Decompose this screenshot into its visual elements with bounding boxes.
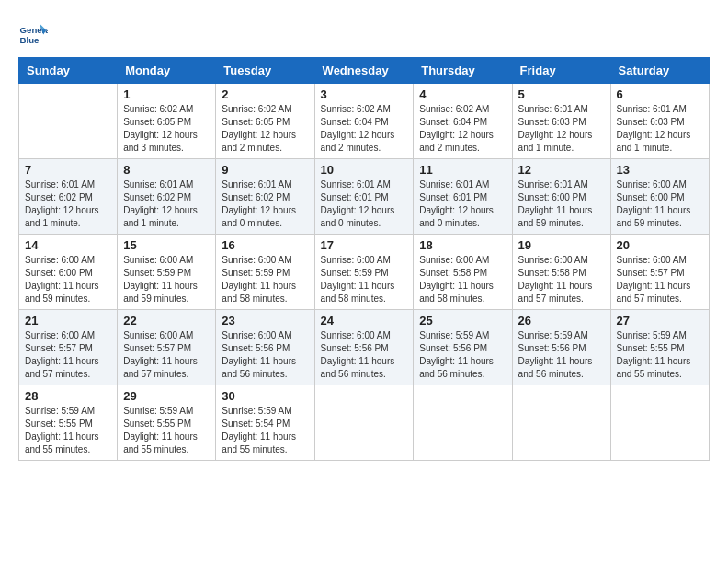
day-number: 7 xyxy=(25,163,111,177)
day-number: 5 xyxy=(518,87,605,101)
day-number: 3 xyxy=(321,87,408,101)
calendar-table: SundayMondayTuesdayWednesdayThursdayFrid… xyxy=(18,57,710,461)
day-number: 2 xyxy=(222,87,308,101)
day-cell: 3Sunrise: 6:02 AM Sunset: 6:04 PM Daylig… xyxy=(314,84,414,159)
day-info: Sunrise: 6:00 AM Sunset: 5:56 PM Dayligh… xyxy=(222,329,308,381)
day-number: 16 xyxy=(222,238,308,252)
week-row-5: 28Sunrise: 5:59 AM Sunset: 5:55 PM Dayli… xyxy=(19,385,710,461)
day-info: Sunrise: 6:00 AM Sunset: 6:00 PM Dayligh… xyxy=(25,254,111,305)
day-info: Sunrise: 6:00 AM Sunset: 5:59 PM Dayligh… xyxy=(123,254,210,305)
day-info: Sunrise: 5:59 AM Sunset: 5:55 PM Dayligh… xyxy=(123,405,210,456)
day-info: Sunrise: 6:02 AM Sunset: 6:05 PM Dayligh… xyxy=(123,103,210,155)
week-row-2: 7Sunrise: 6:01 AM Sunset: 6:02 PM Daylig… xyxy=(19,159,710,235)
day-cell: 7Sunrise: 6:01 AM Sunset: 6:02 PM Daylig… xyxy=(19,159,118,235)
day-number: 15 xyxy=(123,238,210,252)
col-header-sunday: Sunday xyxy=(19,58,118,84)
col-header-wednesday: Wednesday xyxy=(314,58,414,84)
day-info: Sunrise: 6:01 AM Sunset: 6:03 PM Dayligh… xyxy=(617,103,703,155)
day-info: Sunrise: 6:01 AM Sunset: 6:00 PM Dayligh… xyxy=(518,178,605,230)
day-info: Sunrise: 6:00 AM Sunset: 5:57 PM Dayligh… xyxy=(123,329,210,381)
day-cell: 17Sunrise: 6:00 AM Sunset: 5:59 PM Dayli… xyxy=(314,235,414,310)
day-cell: 29Sunrise: 5:59 AM Sunset: 5:55 PM Dayli… xyxy=(118,385,216,461)
day-cell: 30Sunrise: 5:59 AM Sunset: 5:54 PM Dayli… xyxy=(216,385,314,461)
col-header-thursday: Thursday xyxy=(414,58,512,84)
day-info: Sunrise: 6:00 AM Sunset: 5:59 PM Dayligh… xyxy=(222,254,308,305)
day-number: 13 xyxy=(617,163,703,177)
day-cell xyxy=(314,385,414,461)
col-header-friday: Friday xyxy=(512,58,610,84)
day-info: Sunrise: 5:59 AM Sunset: 5:55 PM Dayligh… xyxy=(25,405,111,456)
day-number: 19 xyxy=(518,238,605,252)
day-cell: 21Sunrise: 6:00 AM Sunset: 5:57 PM Dayli… xyxy=(19,310,118,385)
day-number: 14 xyxy=(25,238,111,252)
day-cell: 14Sunrise: 6:00 AM Sunset: 6:00 PM Dayli… xyxy=(19,235,118,310)
day-info: Sunrise: 5:59 AM Sunset: 5:54 PM Dayligh… xyxy=(222,405,308,456)
svg-text:Blue: Blue xyxy=(20,35,40,45)
day-cell: 11Sunrise: 6:01 AM Sunset: 6:01 PM Dayli… xyxy=(414,159,512,235)
col-header-monday: Monday xyxy=(118,58,216,84)
day-cell: 10Sunrise: 6:01 AM Sunset: 6:01 PM Dayli… xyxy=(314,159,414,235)
day-cell xyxy=(414,385,512,461)
day-info: Sunrise: 6:00 AM Sunset: 5:59 PM Dayligh… xyxy=(321,254,408,305)
day-info: Sunrise: 5:59 AM Sunset: 5:55 PM Dayligh… xyxy=(617,329,703,381)
day-cell xyxy=(19,84,118,159)
day-cell: 12Sunrise: 6:01 AM Sunset: 6:00 PM Dayli… xyxy=(512,159,610,235)
day-number: 24 xyxy=(321,314,408,327)
day-info: Sunrise: 6:01 AM Sunset: 6:02 PM Dayligh… xyxy=(25,178,111,230)
day-number: 28 xyxy=(25,389,111,403)
day-info: Sunrise: 6:00 AM Sunset: 5:58 PM Dayligh… xyxy=(518,254,605,305)
logo: General Blue xyxy=(18,18,51,48)
day-number: 27 xyxy=(617,314,703,327)
day-cell: 1Sunrise: 6:02 AM Sunset: 6:05 PM Daylig… xyxy=(118,84,216,159)
day-number: 18 xyxy=(419,238,506,252)
day-info: Sunrise: 6:00 AM Sunset: 5:57 PM Dayligh… xyxy=(25,329,111,381)
day-cell xyxy=(610,385,709,461)
day-number: 12 xyxy=(518,163,605,177)
day-number: 9 xyxy=(222,163,308,177)
day-number: 29 xyxy=(123,389,210,403)
day-info: Sunrise: 6:00 AM Sunset: 5:56 PM Dayligh… xyxy=(321,329,408,381)
header: General Blue xyxy=(18,18,710,48)
day-cell: 20Sunrise: 6:00 AM Sunset: 5:57 PM Dayli… xyxy=(610,235,709,310)
day-number: 6 xyxy=(617,87,703,101)
day-cell: 9Sunrise: 6:01 AM Sunset: 6:02 PM Daylig… xyxy=(216,159,314,235)
day-number: 22 xyxy=(123,314,210,327)
day-cell: 19Sunrise: 6:00 AM Sunset: 5:58 PM Dayli… xyxy=(512,235,610,310)
day-cell: 4Sunrise: 6:02 AM Sunset: 6:04 PM Daylig… xyxy=(414,84,512,159)
day-cell: 5Sunrise: 6:01 AM Sunset: 6:03 PM Daylig… xyxy=(512,84,610,159)
day-cell: 26Sunrise: 5:59 AM Sunset: 5:56 PM Dayli… xyxy=(512,310,610,385)
day-number: 20 xyxy=(617,238,703,252)
day-number: 1 xyxy=(123,87,210,101)
week-row-4: 21Sunrise: 6:00 AM Sunset: 5:57 PM Dayli… xyxy=(19,310,710,385)
day-number: 23 xyxy=(222,314,308,327)
day-info: Sunrise: 6:01 AM Sunset: 6:01 PM Dayligh… xyxy=(419,178,506,230)
day-number: 4 xyxy=(419,87,506,101)
day-number: 26 xyxy=(518,314,605,327)
day-info: Sunrise: 6:01 AM Sunset: 6:01 PM Dayligh… xyxy=(321,178,408,230)
day-number: 25 xyxy=(419,314,506,327)
day-number: 11 xyxy=(419,163,506,177)
col-header-tuesday: Tuesday xyxy=(216,58,314,84)
day-cell: 22Sunrise: 6:00 AM Sunset: 5:57 PM Dayli… xyxy=(118,310,216,385)
header-row: SundayMondayTuesdayWednesdayThursdayFrid… xyxy=(19,58,710,84)
day-info: Sunrise: 6:01 AM Sunset: 6:02 PM Dayligh… xyxy=(222,178,308,230)
day-info: Sunrise: 5:59 AM Sunset: 5:56 PM Dayligh… xyxy=(419,329,506,381)
day-cell: 28Sunrise: 5:59 AM Sunset: 5:55 PM Dayli… xyxy=(19,385,118,461)
day-number: 30 xyxy=(222,389,308,403)
day-info: Sunrise: 6:02 AM Sunset: 6:04 PM Dayligh… xyxy=(419,103,506,155)
day-info: Sunrise: 6:00 AM Sunset: 5:57 PM Dayligh… xyxy=(617,254,703,305)
day-cell: 8Sunrise: 6:01 AM Sunset: 6:02 PM Daylig… xyxy=(118,159,216,235)
day-info: Sunrise: 6:02 AM Sunset: 6:04 PM Dayligh… xyxy=(321,103,408,155)
day-info: Sunrise: 6:00 AM Sunset: 5:58 PM Dayligh… xyxy=(419,254,506,305)
day-info: Sunrise: 6:02 AM Sunset: 6:05 PM Dayligh… xyxy=(222,103,308,155)
day-info: Sunrise: 6:00 AM Sunset: 6:00 PM Dayligh… xyxy=(617,178,703,230)
day-cell: 25Sunrise: 5:59 AM Sunset: 5:56 PM Dayli… xyxy=(414,310,512,385)
day-number: 17 xyxy=(321,238,408,252)
week-row-3: 14Sunrise: 6:00 AM Sunset: 6:00 PM Dayli… xyxy=(19,235,710,310)
day-cell: 24Sunrise: 6:00 AM Sunset: 5:56 PM Dayli… xyxy=(314,310,414,385)
day-number: 8 xyxy=(123,163,210,177)
day-cell: 23Sunrise: 6:00 AM Sunset: 5:56 PM Dayli… xyxy=(216,310,314,385)
day-number: 10 xyxy=(321,163,408,177)
day-cell xyxy=(512,385,610,461)
day-cell: 18Sunrise: 6:00 AM Sunset: 5:58 PM Dayli… xyxy=(414,235,512,310)
